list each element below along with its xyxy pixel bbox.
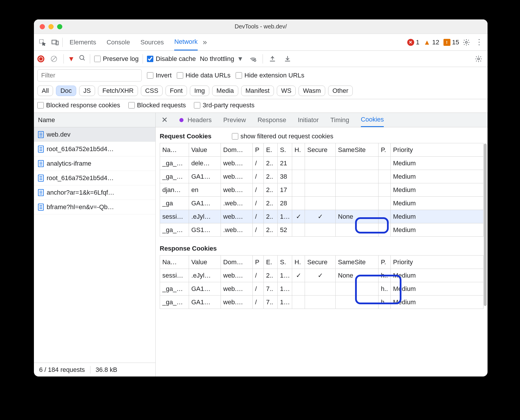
hide-extension-urls-checkbox[interactable]: Hide extension URLs	[236, 72, 304, 79]
type-filter-doc[interactable]: Doc	[56, 86, 76, 96]
request-item[interactable]: bframe?hl=en&v=-Qb…	[34, 200, 155, 214]
cookie-row[interactable]: _gaGA1….web…/2..28Medium	[160, 197, 483, 210]
type-filter-fetch-xhr[interactable]: Fetch/XHR	[98, 86, 138, 96]
cookie-row[interactable]: sessi….eJyl…web.…/2..1…✓✓NoneMedium	[160, 210, 483, 223]
cookie-header-size[interactable]: S.	[278, 256, 292, 269]
errors-badge[interactable]: ✕1	[407, 39, 419, 46]
cookie-header-path[interactable]: P	[253, 256, 264, 269]
issues-badge[interactable]: !15	[443, 39, 459, 46]
cookie-row[interactable]: _ga_…GA1…web.…/2..38Medium	[160, 170, 483, 183]
svg-point-9	[478, 58, 480, 60]
transfer-size: 36.8 kB	[90, 366, 123, 374]
filter-button[interactable]: ▼	[68, 55, 75, 63]
detail-tab-cookies[interactable]: Cookies	[361, 113, 384, 127]
cookie-header-samesite[interactable]: SameSite	[336, 256, 379, 269]
request-name: anchor?ar=1&k=6Lfqf…	[47, 189, 114, 196]
more-menu-button[interactable]: ⋮	[474, 37, 485, 48]
more-tabs-button[interactable]: »	[199, 37, 210, 48]
invert-checkbox[interactable]: Invert	[147, 72, 172, 79]
type-filter-img[interactable]: Img	[190, 86, 209, 96]
tab-sources[interactable]: Sources	[140, 34, 164, 50]
cookie-header-part[interactable]: P.	[379, 256, 391, 269]
cookie-header-name[interactable]: Na…	[160, 256, 189, 269]
cookie-header-expires[interactable]: E.	[264, 143, 278, 157]
detail-tab-headers[interactable]: Headers	[188, 113, 212, 127]
request-name: bframe?hl=en&v=-Qb…	[47, 203, 114, 211]
network-settings-button[interactable]	[473, 53, 484, 64]
svg-line-5	[52, 57, 56, 61]
cookie-row[interactable]: djan…enweb.…/2..17Medium	[160, 183, 483, 197]
blocked-requests-checkbox[interactable]: Blocked requests	[128, 102, 186, 109]
name-column-header[interactable]: Name	[34, 113, 155, 127]
cookie-header-expires[interactable]: E.	[264, 256, 278, 269]
blocked-cookies-checkbox[interactable]: Blocked response cookies	[37, 102, 120, 109]
cookie-header-name[interactable]: Na…	[160, 143, 189, 157]
network-conditions-button[interactable]	[248, 53, 259, 64]
request-item[interactable]: web.dev	[34, 127, 155, 142]
cookie-header-domain[interactable]: Dom…	[221, 256, 253, 269]
cookie-row[interactable]: sessi….eJyl…web.…/2..1…✓✓Noneh..Medium	[160, 269, 483, 282]
response-cookies-table[interactable]: Na…ValueDom…PE.S.H.SecureSameSiteP.Prior…	[160, 255, 483, 309]
cookie-header-part[interactable]: P.	[379, 143, 391, 157]
request-cookies-heading: Request Cookies show filtered out reques…	[160, 133, 483, 140]
request-cookies-table[interactable]: Na…ValueDom…PE.S.H.SecureSameSiteP.Prior…	[160, 143, 483, 237]
request-item[interactable]: anchor?ar=1&k=6Lfqf…	[34, 185, 155, 200]
export-har-button[interactable]	[282, 53, 293, 64]
devtools-window: DevTools - web.dev/ ElementsConsoleSourc…	[34, 19, 488, 376]
cookie-header-domain[interactable]: Dom…	[221, 143, 253, 157]
warnings-badge[interactable]: ▲12	[423, 39, 439, 46]
cookie-header-value[interactable]: Value	[189, 143, 221, 157]
show-filtered-checkbox[interactable]: show filtered out request cookies	[232, 133, 333, 140]
preserve-log-checkbox[interactable]: Preserve log	[94, 55, 139, 63]
cookie-header-secure[interactable]: Secure	[305, 143, 336, 157]
cookie-header-priority[interactable]: Priority	[391, 143, 483, 157]
detail-tab-response[interactable]: Response	[257, 113, 286, 127]
third-party-checkbox[interactable]: 3rd-party requests	[194, 102, 254, 109]
cookie-header-samesite[interactable]: SameSite	[336, 143, 379, 157]
cookie-row[interactable]: _ga_…dele…web.…/2..21Medium	[160, 157, 483, 170]
type-filter-wasm[interactable]: Wasm	[299, 86, 325, 96]
type-filter-manifest[interactable]: Manifest	[241, 86, 274, 96]
type-filter-ws[interactable]: WS	[277, 86, 296, 96]
disable-cache-checkbox[interactable]: Disable cache	[147, 55, 196, 63]
cookie-header-priority[interactable]: Priority	[391, 256, 483, 269]
clear-button[interactable]	[48, 53, 59, 64]
detail-tab-initiator[interactable]: Initiator	[298, 113, 319, 127]
import-har-button[interactable]	[267, 53, 278, 64]
detail-tab-timing[interactable]: Timing	[330, 113, 349, 127]
scrollbar[interactable]	[484, 144, 487, 306]
type-filter-media[interactable]: Media	[212, 86, 238, 96]
type-filter-css[interactable]: CSS	[141, 86, 163, 96]
cookie-row[interactable]: _ga_…GS1….web…/2..52Medium	[160, 223, 483, 237]
cookie-header-http[interactable]: H.	[292, 256, 305, 269]
filter-input[interactable]	[37, 69, 142, 82]
tab-network[interactable]: Network	[174, 34, 198, 50]
cookie-row[interactable]: _ga_…GA1…web.…/7..1…h..Medium	[160, 296, 483, 309]
type-filter-all[interactable]: All	[37, 86, 53, 96]
type-filter-font[interactable]: Font	[166, 86, 187, 96]
cookie-row[interactable]: _ga_…GA1…web.…/7..1…h..Medium	[160, 282, 483, 296]
record-button[interactable]	[37, 55, 44, 62]
throttling-select[interactable]: No throttling▼	[200, 55, 243, 63]
close-detail-button[interactable]: ✕	[160, 115, 170, 124]
search-button[interactable]	[79, 55, 86, 63]
document-icon	[38, 204, 44, 211]
cookie-header-value[interactable]: Value	[189, 256, 221, 269]
cookie-header-secure[interactable]: Secure	[305, 256, 336, 269]
detail-tab-preview[interactable]: Preview	[223, 113, 246, 127]
inspect-button[interactable]	[37, 37, 48, 48]
hide-data-urls-checkbox[interactable]: Hide data URLs	[177, 72, 230, 79]
cookie-header-path[interactable]: P	[253, 143, 264, 157]
tab-elements[interactable]: Elements	[70, 34, 96, 50]
request-item[interactable]: analytics-iframe	[34, 156, 155, 171]
type-filter-other[interactable]: Other	[328, 86, 353, 96]
type-filter-js[interactable]: JS	[79, 86, 95, 96]
cookie-header-size[interactable]: S.	[278, 143, 292, 157]
tab-console[interactable]: Console	[107, 34, 130, 50]
device-toolbar-button[interactable]	[50, 37, 61, 48]
request-item[interactable]: root_616a752e1b5d4…	[34, 142, 155, 156]
cookie-header-http[interactable]: H.	[292, 143, 305, 157]
extra-filter-row: Blocked response cookies Blocked request…	[34, 99, 488, 113]
request-item[interactable]: root_616a752e1b5d4…	[34, 171, 155, 185]
settings-button[interactable]	[461, 37, 472, 48]
